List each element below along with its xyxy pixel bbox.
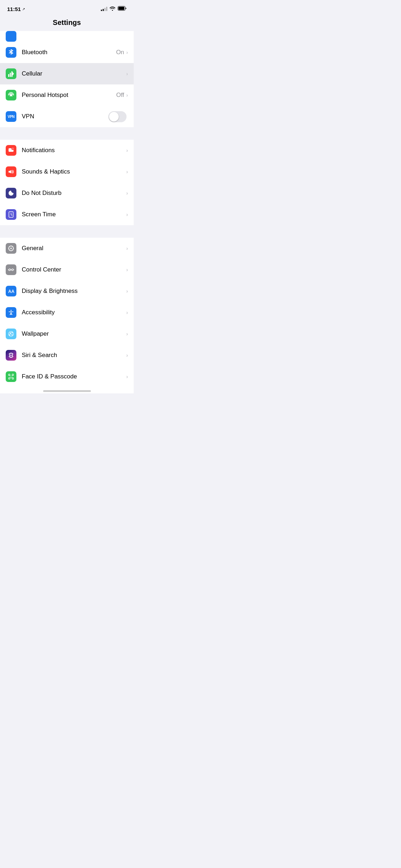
time-display: 11:51 [7,6,21,12]
general-label: General [22,245,126,252]
hotspot-icon [6,90,16,100]
screen-time-chevron-icon: › [126,212,128,217]
svg-rect-27 [12,374,14,376]
accessibility-label: Accessibility [22,309,126,316]
face-id-label: Face ID & Passcode [22,373,126,380]
do-not-disturb-icon [6,188,16,198]
sounds-haptics-chevron-icon: › [126,169,128,175]
vpn-row[interactable]: VPN VPN [0,106,134,127]
siri-search-label: Siri & Search [22,352,126,359]
notifications-label: Notifications [22,147,126,154]
general-row[interactable]: General › [0,238,134,259]
general-chevron-icon: › [126,246,128,251]
wallpaper-row[interactable]: Wallpaper › [0,323,134,345]
notifications-chevron-icon: › [126,148,128,153]
personal-hotspot-value: Off [116,92,124,99]
sounds-haptics-row[interactable]: Sounds & Haptics › [0,161,134,182]
display-brightness-label: Display & Brightness [22,288,126,295]
cellular-row[interactable]: Cellular › [0,63,134,84]
svg-point-30 [10,376,11,377]
vpn-toggle[interactable] [108,111,127,122]
cellular-label: Cellular [22,70,126,77]
do-not-disturb-chevron-icon: › [126,190,128,196]
sounds-icon [6,166,16,177]
personal-hotspot-label: Personal Hotspot [22,92,116,99]
display-brightness-row[interactable]: AA Display & Brightness › [0,280,134,302]
sounds-haptics-label: Sounds & Haptics [22,168,126,175]
siri-icon [6,350,16,361]
bluetooth-label: Bluetooth [22,49,116,56]
control-center-icon [6,264,16,275]
svg-rect-29 [12,378,14,379]
section-gap-1 [0,127,134,140]
notifications-icon [6,145,16,156]
cellular-icon [6,68,16,79]
wifi-row-icon [6,31,16,42]
notifications-row[interactable]: Notifications › [0,140,134,161]
connectivity-section: Bluetooth On › Cellular › [0,31,134,127]
accessibility-row[interactable]: Accessibility › [0,302,134,323]
control-center-label: Control Center [22,266,126,273]
cellular-chevron-icon: › [126,71,128,77]
display-brightness-chevron-icon: › [126,288,128,294]
svg-rect-2 [8,74,9,77]
accessibility-chevron-icon: › [126,310,128,315]
section-gap-2 [0,225,134,238]
personal-hotspot-row[interactable]: Personal Hotspot Off › [0,84,134,106]
svg-point-31 [12,376,12,377]
home-indicator [0,387,134,393]
personal-hotspot-chevron-icon: › [126,92,128,98]
display-section: General › Control Center › AA Display & … [0,238,134,387]
wifi-partial-row[interactable] [0,31,134,42]
bluetooth-chevron-icon: › [126,50,128,55]
siri-search-chevron-icon: › [126,352,128,358]
screen-time-label: Screen Time [22,211,126,218]
svg-point-12 [10,248,12,249]
svg-rect-28 [9,378,10,379]
signal-strength-icon [101,7,107,11]
svg-rect-26 [9,374,10,376]
face-id-row[interactable]: Face ID & Passcode › [0,366,134,387]
general-icon [6,243,16,254]
vpn-toggle-knob [109,112,119,122]
notifications-section: Notifications › Sounds & Haptics › Do No… [0,140,134,225]
face-id-chevron-icon: › [126,374,128,379]
face-id-icon [6,371,16,382]
page-header: Settings [0,16,134,31]
vpn-label: VPN [22,113,108,120]
svg-point-20 [9,331,14,336]
accessibility-icon [6,307,16,318]
wifi-icon [109,5,115,12]
svg-text:AA: AA [8,289,15,294]
svg-rect-3 [10,73,11,77]
siri-search-row[interactable]: Siri & Search › [0,345,134,366]
do-not-disturb-row[interactable]: Do Not Disturb › [0,182,134,204]
bluetooth-icon [6,47,16,58]
status-time: 11:51 ↗ [7,6,25,12]
bluetooth-value: On [116,49,124,56]
screen-time-row[interactable]: Screen Time › [0,204,134,225]
screen-time-icon [6,209,16,220]
wallpaper-icon [6,329,16,339]
home-bar [43,390,91,392]
do-not-disturb-label: Do Not Disturb [22,190,126,197]
display-brightness-icon: AA [6,286,16,296]
bluetooth-row[interactable]: Bluetooth On › [0,42,134,63]
status-bar: 11:51 ↗ [0,0,134,16]
control-center-chevron-icon: › [126,267,128,273]
location-arrow-icon: ↗ [22,7,25,11]
wallpaper-label: Wallpaper [22,330,126,337]
status-icons [101,5,127,12]
wallpaper-chevron-icon: › [126,331,128,337]
control-center-row[interactable]: Control Center › [0,259,134,280]
page-title: Settings [53,19,81,26]
svg-rect-1 [118,7,124,10]
battery-icon [118,5,127,12]
svg-point-19 [11,310,12,311]
vpn-icon: VPN [6,111,16,122]
svg-point-9 [12,148,14,150]
